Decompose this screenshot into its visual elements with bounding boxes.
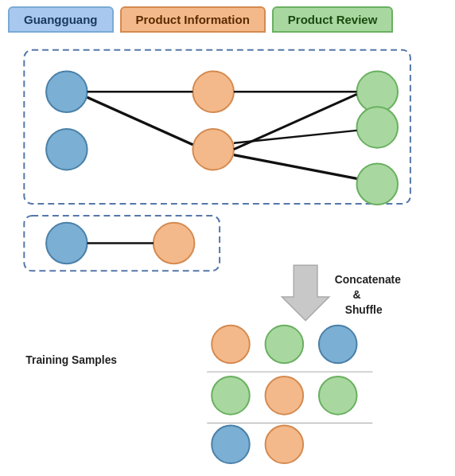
concatenate-arrow [282,265,329,320]
train-b3 [319,377,357,415]
tab-product-review-label: Product Review [288,13,378,26]
tab-product-information-label: Product Information [136,13,250,26]
train-c1 [212,426,250,464]
node-green-r2a [357,107,399,148]
header: Guangguang Product Information Product R… [0,0,455,33]
node-orange-r1 [192,72,234,113]
and-label: & [353,288,361,301]
node-blue-r1 [46,72,88,113]
node-orange-r2 [192,129,234,170]
line-o2-g1 [234,94,357,149]
shuffle-label: Shuffle [345,303,383,316]
line-b1-o2 [88,97,193,144]
train-a1 [212,326,250,364]
train-b1 [212,377,250,415]
training-samples-label: Training Samples [25,353,117,366]
diagram: Concatenate & Shuffle Training Samples [0,33,455,470]
train-b2 [266,377,304,415]
node-orange-bottom [154,223,195,264]
tab-product-information[interactable]: Product Information [120,6,266,33]
tab-product-review[interactable]: Product Review [272,6,394,33]
line-o2-g2b [234,155,357,179]
train-a3 [319,326,357,364]
node-green-r2b [357,164,399,205]
tab-guangguang[interactable]: Guangguang [8,6,114,33]
train-a2 [266,326,304,364]
node-blue-bottom [46,223,88,264]
tab-guangguang-label: Guangguang [24,13,98,26]
node-blue-r2 [46,129,88,170]
concatenate-label: Concatenate [335,273,401,286]
train-c2 [266,426,304,464]
